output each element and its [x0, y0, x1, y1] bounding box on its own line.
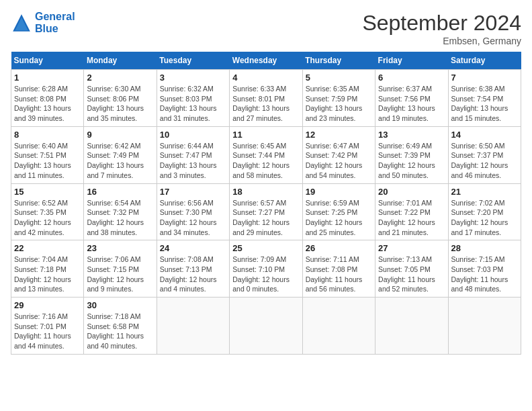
calendar-cell: 28 Sunrise: 7:15 AMSunset: 7:03 PMDaylig… — [448, 240, 521, 298]
day-info: Sunrise: 6:40 AMSunset: 7:51 PMDaylight:… — [14, 141, 81, 181]
calendar-cell: 15 Sunrise: 6:52 AMSunset: 7:35 PMDaylig… — [11, 183, 84, 240]
day-info: Sunrise: 6:54 AMSunset: 7:32 PMDaylight:… — [87, 198, 153, 238]
logo: General Blue — [11, 11, 75, 35]
day-info: Sunrise: 6:38 AMSunset: 7:54 PMDaylight:… — [451, 84, 518, 124]
calendar-cell: 1 Sunrise: 6:28 AMSunset: 8:08 PMDayligh… — [11, 70, 84, 127]
day-number: 2 — [87, 73, 153, 83]
calendar-week-3: 15 Sunrise: 6:52 AMSunset: 7:35 PMDaylig… — [11, 183, 521, 240]
day-info: Sunrise: 6:59 AMSunset: 7:25 PMDaylight:… — [306, 198, 372, 238]
day-number: 9 — [87, 130, 153, 140]
day-number: 23 — [87, 243, 153, 253]
calendar-cell: 3 Sunrise: 6:32 AMSunset: 8:03 PMDayligh… — [157, 70, 229, 127]
day-info: Sunrise: 6:28 AMSunset: 8:08 PMDaylight:… — [14, 84, 81, 124]
day-info: Sunrise: 7:16 AMSunset: 7:01 PMDaylight:… — [14, 312, 81, 351]
day-number: 25 — [232, 243, 299, 253]
calendar-week-1: 1 Sunrise: 6:28 AMSunset: 8:08 PMDayligh… — [11, 70, 521, 127]
month-title: September 2024 — [362, 11, 521, 36]
calendar-body: 1 Sunrise: 6:28 AMSunset: 8:08 PMDayligh… — [11, 70, 521, 355]
day-info: Sunrise: 7:15 AMSunset: 7:03 PMDaylight:… — [451, 255, 518, 294]
day-info: Sunrise: 6:47 AMSunset: 7:42 PMDaylight:… — [306, 141, 372, 181]
calendar-cell: 9 Sunrise: 6:42 AMSunset: 7:49 PMDayligh… — [84, 126, 157, 183]
calendar-week-2: 8 Sunrise: 6:40 AMSunset: 7:51 PMDayligh… — [11, 126, 521, 183]
day-info: Sunrise: 6:35 AMSunset: 7:59 PMDaylight:… — [306, 84, 372, 124]
page-header: General Blue September 2024 Embsen, Germ… — [11, 11, 521, 46]
day-number: 22 — [14, 243, 81, 253]
day-number: 16 — [87, 187, 153, 197]
calendar-week-5: 29 Sunrise: 7:16 AMSunset: 7:01 PMDaylig… — [11, 298, 521, 355]
day-number: 26 — [306, 243, 372, 253]
day-header-wednesday: Wednesday — [230, 52, 302, 70]
day-info: Sunrise: 6:33 AMSunset: 8:01 PMDaylight:… — [232, 84, 299, 124]
calendar-cell: 29 Sunrise: 7:16 AMSunset: 7:01 PMDaylig… — [11, 298, 84, 355]
calendar-cell: 17 Sunrise: 6:56 AMSunset: 7:30 PMDaylig… — [157, 183, 229, 240]
calendar-cell: 27 Sunrise: 7:13 AMSunset: 7:05 PMDaylig… — [375, 240, 448, 298]
calendar-cell: 7 Sunrise: 6:38 AMSunset: 7:54 PMDayligh… — [448, 70, 521, 127]
calendar-cell — [302, 298, 375, 355]
calendar-cell: 19 Sunrise: 6:59 AMSunset: 7:25 PMDaylig… — [302, 183, 375, 240]
day-info: Sunrise: 7:11 AMSunset: 7:08 PMDaylight:… — [306, 255, 372, 294]
day-number: 14 — [451, 130, 518, 140]
calendar-cell: 22 Sunrise: 7:04 AMSunset: 7:18 PMDaylig… — [11, 240, 84, 298]
day-number: 11 — [232, 130, 299, 140]
day-number: 1 — [14, 73, 81, 83]
day-info: Sunrise: 6:57 AMSunset: 7:27 PMDaylight:… — [232, 198, 299, 238]
day-info: Sunrise: 7:09 AMSunset: 7:10 PMDaylight:… — [232, 255, 299, 294]
calendar-cell: 12 Sunrise: 6:47 AMSunset: 7:42 PMDaylig… — [302, 126, 375, 183]
calendar-cell: 20 Sunrise: 7:01 AMSunset: 7:22 PMDaylig… — [375, 183, 448, 240]
calendar-table: SundayMondayTuesdayWednesdayThursdayFrid… — [11, 52, 521, 355]
day-number: 12 — [306, 130, 372, 140]
calendar-cell: 16 Sunrise: 6:54 AMSunset: 7:32 PMDaylig… — [84, 183, 157, 240]
day-info: Sunrise: 6:30 AMSunset: 8:06 PMDaylight:… — [87, 84, 153, 124]
day-info: Sunrise: 7:01 AMSunset: 7:22 PMDaylight:… — [378, 198, 445, 238]
calendar-cell — [375, 298, 448, 355]
calendar-cell: 10 Sunrise: 6:44 AMSunset: 7:47 PMDaylig… — [157, 126, 229, 183]
day-number: 15 — [14, 187, 81, 197]
day-info: Sunrise: 6:52 AMSunset: 7:35 PMDaylight:… — [14, 198, 81, 238]
day-number: 8 — [14, 130, 81, 140]
calendar-cell: 11 Sunrise: 6:45 AMSunset: 7:44 PMDaylig… — [230, 126, 302, 183]
calendar-cell: 13 Sunrise: 6:49 AMSunset: 7:39 PMDaylig… — [375, 126, 448, 183]
day-header-monday: Monday — [84, 52, 157, 70]
day-info: Sunrise: 6:50 AMSunset: 7:37 PMDaylight:… — [451, 141, 518, 181]
logo-text: General Blue — [35, 11, 75, 35]
day-info: Sunrise: 6:45 AMSunset: 7:44 PMDaylight:… — [232, 141, 299, 181]
day-info: Sunrise: 6:42 AMSunset: 7:49 PMDaylight:… — [87, 141, 153, 181]
day-number: 5 — [306, 73, 372, 83]
calendar-cell: 23 Sunrise: 7:06 AMSunset: 7:15 PMDaylig… — [84, 240, 157, 298]
day-header-tuesday: Tuesday — [157, 52, 229, 70]
header-row: SundayMondayTuesdayWednesdayThursdayFrid… — [11, 52, 521, 70]
day-number: 28 — [451, 243, 518, 253]
day-number: 4 — [232, 73, 299, 83]
day-number: 29 — [14, 300, 81, 310]
day-number: 6 — [378, 73, 445, 83]
calendar-cell: 4 Sunrise: 6:33 AMSunset: 8:01 PMDayligh… — [230, 70, 302, 127]
calendar-cell: 14 Sunrise: 6:50 AMSunset: 7:37 PMDaylig… — [448, 126, 521, 183]
calendar-header: SundayMondayTuesdayWednesdayThursdayFrid… — [11, 52, 521, 70]
day-number: 21 — [451, 187, 518, 197]
day-number: 27 — [378, 243, 445, 253]
day-header-thursday: Thursday — [302, 52, 375, 70]
calendar-cell: 2 Sunrise: 6:30 AMSunset: 8:06 PMDayligh… — [84, 70, 157, 127]
day-header-sunday: Sunday — [11, 52, 84, 70]
calendar-cell — [448, 298, 521, 355]
day-info: Sunrise: 7:06 AMSunset: 7:15 PMDaylight:… — [87, 255, 153, 294]
title-area: September 2024 Embsen, Germany — [362, 11, 521, 46]
calendar-cell: 25 Sunrise: 7:09 AMSunset: 7:10 PMDaylig… — [230, 240, 302, 298]
day-number: 18 — [232, 187, 299, 197]
day-info: Sunrise: 6:32 AMSunset: 8:03 PMDaylight:… — [160, 84, 226, 124]
day-info: Sunrise: 7:02 AMSunset: 7:20 PMDaylight:… — [451, 198, 518, 238]
logo-icon — [11, 12, 32, 34]
day-info: Sunrise: 7:18 AMSunset: 6:58 PMDaylight:… — [87, 312, 153, 351]
calendar-cell — [230, 298, 302, 355]
day-number: 3 — [160, 73, 226, 83]
day-number: 24 — [160, 243, 226, 253]
day-header-saturday: Saturday — [448, 52, 521, 70]
day-info: Sunrise: 6:49 AMSunset: 7:39 PMDaylight:… — [378, 141, 445, 181]
day-info: Sunrise: 6:37 AMSunset: 7:56 PMDaylight:… — [378, 84, 445, 124]
day-number: 10 — [160, 130, 226, 140]
calendar-cell: 26 Sunrise: 7:11 AMSunset: 7:08 PMDaylig… — [302, 240, 375, 298]
day-info: Sunrise: 7:08 AMSunset: 7:13 PMDaylight:… — [160, 255, 226, 294]
day-info: Sunrise: 7:04 AMSunset: 7:18 PMDaylight:… — [14, 255, 81, 294]
day-number: 19 — [306, 187, 372, 197]
day-number: 13 — [378, 130, 445, 140]
